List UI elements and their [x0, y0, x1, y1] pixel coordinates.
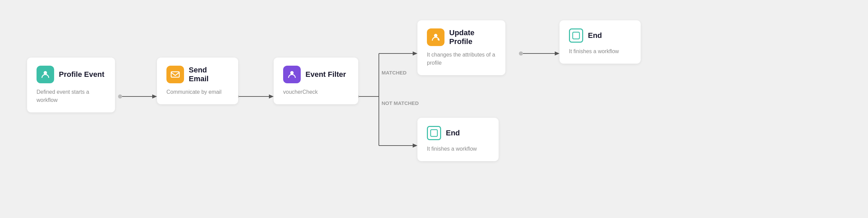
svg-marker-10	[413, 51, 417, 56]
svg-rect-23	[573, 32, 579, 39]
end-bottom-node[interactable]: End It finishes a workflow	[417, 118, 499, 161]
event-filter-desc: voucherCheck	[283, 88, 349, 96]
profile-event-desc: Defined event starts a workflow	[37, 88, 106, 104]
svg-rect-20	[171, 72, 179, 77]
end-top-node[interactable]: End It finishes a workflow	[559, 20, 641, 64]
event-filter-node[interactable]: Event Filter voucherCheck	[274, 58, 358, 104]
update-profile-desc: It changes the attributes of a profile	[427, 51, 496, 67]
send-email-desc: Communicate by email	[166, 88, 229, 96]
svg-point-0	[118, 94, 122, 99]
svg-marker-13	[413, 144, 417, 148]
end-top-icon	[569, 28, 583, 43]
svg-marker-5	[269, 94, 274, 99]
end-bottom-title: End	[446, 129, 460, 137]
end-top-title: End	[588, 31, 602, 40]
event-filter-icon	[283, 66, 301, 83]
end-top-desc: It finishes a workflow	[569, 47, 631, 56]
update-profile-icon	[427, 28, 444, 46]
send-email-icon	[166, 66, 184, 83]
end-bottom-desc: It finishes a workflow	[427, 145, 489, 153]
svg-text:NOT MATCHED: NOT MATCHED	[382, 100, 419, 106]
send-email-node[interactable]: Send Email Communicate by email	[157, 58, 238, 104]
svg-text:MATCHED: MATCHED	[382, 70, 407, 75]
send-email-title: Send Email	[189, 66, 229, 83]
svg-point-22	[434, 34, 437, 37]
profile-event-title: Profile Event	[59, 70, 104, 79]
svg-marker-16	[555, 51, 559, 56]
event-filter-title: Event Filter	[305, 70, 346, 79]
svg-marker-2	[152, 94, 157, 99]
svg-rect-24	[431, 130, 437, 136]
svg-point-19	[44, 71, 47, 74]
update-profile-node[interactable]: Update Profile It changes the attributes…	[417, 20, 505, 75]
update-profile-title: Update Profile	[449, 28, 496, 46]
svg-point-21	[290, 71, 294, 74]
svg-point-14	[519, 51, 523, 56]
profile-event-node[interactable]: Profile Event Defined event starts a wor…	[27, 58, 115, 112]
end-bottom-icon	[427, 126, 441, 140]
profile-event-icon	[37, 66, 54, 83]
